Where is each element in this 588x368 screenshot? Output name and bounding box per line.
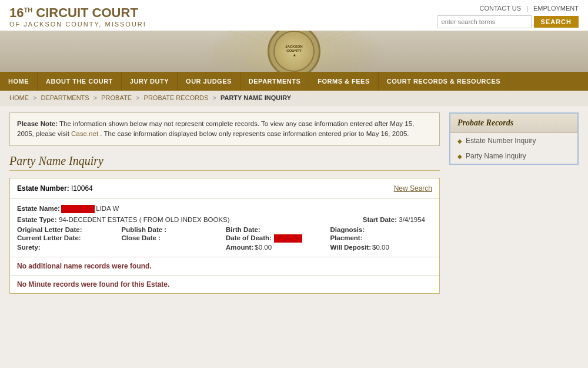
placement-cell: Placment:: [330, 234, 433, 243]
no-minute-records: No Minute records were found for this Es…: [10, 276, 439, 293]
main-content: Please Note: The information shown below…: [0, 105, 588, 301]
header-links: CONTACT US | EMPLOYMENT: [437, 5, 579, 12]
estate-number: Estate Number: I10064: [17, 184, 93, 193]
nav-about[interactable]: ABOUT THE COURT: [38, 72, 122, 91]
sidebar: Probate Records ◆ Estate Number Inquiry …: [449, 112, 579, 294]
sidebar-box: Probate Records ◆ Estate Number Inquiry …: [449, 112, 579, 165]
publish-date-cell: Publish Date :: [122, 226, 224, 233]
contact-us-link[interactable]: CONTACT US: [480, 5, 522, 12]
estate-type-block: Estate Type: 94-DECEDENT ESTATES ( FROM …: [17, 216, 237, 224]
date-of-death-cell: Date of Death:: [226, 234, 328, 243]
estate-type-value: 94-DECEDENT ESTATES ( FROM OLD INDEX BOO…: [59, 216, 230, 223]
diagnosis-cell: Diagnosis:: [330, 226, 433, 233]
note-bold: Please Note:: [17, 120, 58, 127]
search-input[interactable]: [437, 15, 532, 28]
breadcrumb-probate-records[interactable]: PROBATE RECORDS: [144, 94, 209, 101]
close-date-cell: Close Date :: [122, 234, 224, 243]
breadcrumb: HOME > DEPARTMENTS > PROBATE > PROBATE R…: [0, 91, 588, 105]
nav-court-records[interactable]: COURT RECORDS & RESOURCES: [379, 72, 509, 91]
sidebar-item-estate-inquiry[interactable]: ◆ Estate Number Inquiry: [450, 133, 577, 148]
note-text2: . The case information displayed below o…: [100, 130, 409, 137]
start-date-value: 3/4/1954: [399, 216, 425, 223]
page-title: Party Name Inquiry: [9, 154, 440, 171]
record-box: Estate Number: I10064 New Search Estate …: [9, 178, 440, 294]
breadcrumb-departments[interactable]: DEPARTMENTS: [41, 94, 89, 101]
estate-name-value: LIDA W: [96, 205, 119, 212]
record-details: Estate Name: LIDA W Estate Type: 94-DECE…: [10, 199, 439, 257]
seal-inner: JACKSONCOUNTY★: [273, 31, 315, 72]
case-net-link[interactable]: Case.net: [71, 130, 98, 137]
court-title-sub: OF JACKSON COUNTY, MISSOURI: [9, 21, 146, 28]
record-header: Estate Number: I10064 New Search: [10, 178, 439, 199]
diamond-icon: ◆: [457, 138, 462, 144]
court-seal: JACKSONCOUNTY★: [268, 31, 320, 72]
estate-name-label: Estate Name:: [17, 205, 60, 212]
new-search-link[interactable]: New Search: [394, 184, 432, 193]
nav-judges[interactable]: OUR JUDGES: [178, 72, 240, 91]
estate-type-label: Estate Type:: [17, 216, 57, 223]
note-box: Please Note: The information shown below…: [9, 112, 440, 146]
employment-link[interactable]: EMPLOYMENT: [533, 5, 579, 12]
amount-cell: Amount: $0.00: [226, 244, 328, 251]
estate-type-row: Estate Type: 94-DECEDENT ESTATES ( FROM …: [17, 216, 432, 224]
breadcrumb-probate[interactable]: PROBATE: [101, 94, 132, 101]
search-bar: SEARCH: [437, 15, 579, 28]
start-date-block: Start Date: 3/4/1954: [363, 216, 432, 224]
estate-number-value: I10064: [71, 184, 93, 193]
content-area: Please Note: The information shown below…: [9, 112, 440, 294]
start-date-label: Start Date:: [363, 216, 397, 223]
banner: JACKSONCOUNTY★: [0, 31, 588, 72]
breadcrumb-current: PARTY NAME INQUIRY: [220, 94, 291, 101]
surety-cell: Surety:: [17, 244, 119, 251]
sidebar-item-party-name[interactable]: ◆ Party Name Inquiry: [450, 148, 577, 164]
current-letter-cell: Current Letter Date:: [17, 234, 119, 243]
search-button[interactable]: SEARCH: [534, 16, 579, 28]
main-nav: HOME ABOUT THE COURT JURY DUTY OUR JUDGE…: [0, 72, 588, 91]
detail-grid-2: Current Letter Date: Close Date : Date o…: [17, 234, 432, 243]
party-name-link[interactable]: Party Name Inquiry: [466, 152, 526, 160]
detail-grid-1: Original Letter Date: Publish Date : Bir…: [17, 226, 432, 233]
sidebar-title: Probate Records: [450, 114, 577, 133]
nav-departments[interactable]: DEPARTMENTS: [240, 72, 309, 91]
court-title: 16TH CIRCUIT COURT OF JACKSON COUNTY, MI…: [9, 5, 146, 28]
diamond-icon-2: ◆: [457, 153, 462, 160]
birth-date-cell: Birth Date:: [226, 226, 328, 233]
header-right: CONTACT US | EMPLOYMENT SEARCH: [437, 5, 579, 28]
estate-number-label: Estate Number:: [17, 184, 69, 193]
original-letter-cell: Original Letter Date:: [17, 226, 119, 233]
no-additional-records: No additional name records were found.: [10, 257, 439, 276]
nav-home[interactable]: HOME: [0, 72, 38, 91]
header: 16TH CIRCUIT COURT OF JACKSON COUNTY, MI…: [0, 0, 588, 31]
estate-name-row: Estate Name: LIDA W: [17, 205, 432, 213]
breadcrumb-home[interactable]: HOME: [9, 94, 29, 101]
court-title-main: 16TH CIRCUIT COURT: [9, 5, 146, 21]
will-deposit-cell: Will Deposit: $0.00: [330, 244, 433, 251]
estate-name-redacted: [61, 205, 95, 213]
nav-forms[interactable]: FORMS & FEES: [309, 72, 379, 91]
separator: |: [526, 5, 528, 12]
date-of-death-redacted: [274, 234, 302, 243]
nav-jury[interactable]: JURY DUTY: [122, 72, 178, 91]
detail-grid-3: Surety: Amount: $0.00 Will Deposit: $0.0…: [17, 244, 432, 251]
estate-inquiry-link[interactable]: Estate Number Inquiry: [466, 137, 536, 145]
